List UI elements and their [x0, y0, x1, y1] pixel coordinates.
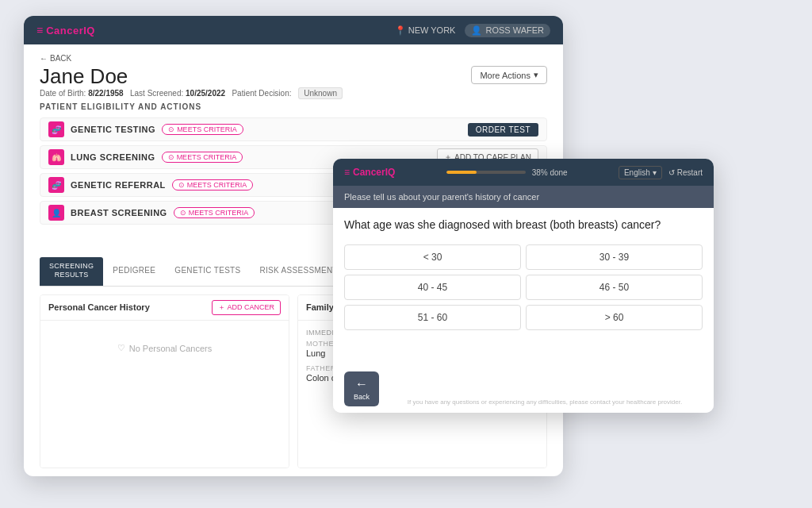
patient-name: Jane Doe: [40, 66, 343, 87]
quiz-restart-button[interactable]: ↺ Restart: [668, 168, 703, 177]
quiz-logo: ≡ CancerIQ: [344, 167, 395, 178]
order-test-button[interactable]: ORDER TEST: [468, 123, 538, 137]
logo-icon: ≡: [36, 24, 43, 37]
quiz-disclaimer: If you have any questions or experiencin…: [379, 398, 703, 406]
lung-screening-icon: 🫁: [48, 149, 64, 165]
quiz-logo-symbol: ≡: [344, 167, 350, 178]
quiz-progress-bar: [446, 171, 526, 174]
quiz-question-header: Please tell us about your parent's histo…: [333, 186, 714, 208]
app-logo: ≡ CancerIQ: [36, 24, 95, 37]
location-pin-icon: 📍: [395, 25, 406, 36]
back-arrow-quiz-icon: ←: [355, 377, 368, 391]
user-icon: 👤: [471, 25, 482, 36]
logo-text: CancerIQ: [46, 25, 95, 37]
tab-pedigree[interactable]: PEDIGREE: [103, 261, 165, 281]
genetic-referral-icon: 🧬: [48, 177, 64, 193]
quiz-option-30-39[interactable]: 30 - 39: [526, 244, 703, 270]
genetic-referral-label: GENETIC REFERRAL: [71, 180, 166, 190]
more-actions-button[interactable]: More Actions ▾: [471, 66, 547, 84]
quiz-progress-text: 38% done: [532, 168, 568, 177]
lung-screening-label: LUNG SCREENING: [71, 152, 155, 162]
add-cancer-button[interactable]: ＋ ADD CANCER: [212, 300, 281, 315]
restart-icon: ↺: [668, 168, 675, 177]
personal-cancer-title: Personal Cancer History: [48, 302, 150, 312]
nav-bar: ≡ CancerIQ 📍 NEW YORK 👤 ROSS WAFER: [24, 16, 563, 44]
genetic-testing-label: GENETIC TESTING: [71, 125, 155, 134]
tab-genetic-tests[interactable]: GENETIC TESTS: [165, 261, 250, 281]
lung-screening-badge: MEETS CRITERIA: [162, 152, 243, 163]
quiz-window: ≡ CancerIQ 38% done English ▾ ↺ Restart …: [333, 159, 714, 413]
chevron-down-icon: ▾: [534, 70, 538, 80]
quiz-question-text: What age was she diagnosed with breast (…: [344, 217, 703, 233]
personal-cancer-header: Personal Cancer History ＋ ADD CANCER: [40, 295, 289, 321]
breast-screening-badge: MEETS CRITERIA: [174, 207, 255, 218]
add-cancer-plus-icon: ＋: [218, 302, 225, 313]
patient-header: Jane Doe Date of Birth: 8/22/1958 Last S…: [40, 66, 547, 98]
quiz-progress-fill: [446, 171, 477, 174]
tab-screening-results[interactable]: SCREENINGRESULTS: [40, 257, 103, 286]
personal-cancer-panel: Personal Cancer History ＋ ADD CANCER ♡ N…: [40, 294, 289, 468]
quiz-option-gt60[interactable]: > 60: [526, 305, 703, 330]
quiz-question-body: What age was she diagnosed with breast (…: [333, 208, 714, 367]
genetic-testing-badge: MEETS CRITERIA: [162, 124, 243, 135]
quiz-back-button[interactable]: ← Back: [344, 371, 379, 406]
quiz-progress-area: 38% done: [446, 168, 568, 177]
genetic-referral-badge: MEETS CRITERIA: [172, 179, 254, 190]
back-arrow-icon: ←: [40, 54, 48, 63]
breast-screening-label: BREAST SCREENING: [71, 208, 167, 217]
quiz-language-selector[interactable]: English ▾: [619, 166, 662, 179]
quiz-option-46-50[interactable]: 46 - 50: [526, 275, 703, 300]
chevron-down-icon-quiz: ▾: [653, 168, 657, 177]
eligibility-row-genetic-testing: 🧬 GENETIC TESTING MEETS CRITERIA ORDER T…: [40, 117, 547, 141]
quiz-footer: ← Back If you have any questions or expe…: [333, 367, 714, 413]
nav-location: 📍 NEW YORK: [395, 25, 456, 36]
nav-right: 📍 NEW YORK 👤 ROSS WAFER: [395, 24, 550, 37]
patient-info: Jane Doe Date of Birth: 8/22/1958 Last S…: [40, 66, 343, 98]
patient-decision-badge: Unknown: [298, 87, 343, 99]
quiz-nav: ≡ CancerIQ 38% done English ▾ ↺ Restart: [333, 159, 714, 186]
back-link[interactable]: ← BACK: [40, 54, 547, 63]
quiz-option-40-45[interactable]: 40 - 45: [344, 275, 521, 300]
quiz-content: Please tell us about your parent's histo…: [333, 186, 714, 413]
no-personal-cancers: ♡ No Personal Cancers: [48, 329, 281, 368]
nav-user[interactable]: 👤 ROSS WAFER: [465, 24, 550, 37]
section-title: PATIENT ELIGIBILITY AND ACTIONS: [40, 102, 547, 111]
quiz-options-grid: < 30 30 - 39 40 - 45 46 - 50 51 - 60 > 6…: [344, 244, 703, 330]
breast-screening-icon: 👤: [48, 205, 64, 221]
personal-cancer-body: ♡ No Personal Cancers: [40, 321, 289, 468]
patient-meta: Date of Birth: 8/22/1958 Last Screened: …: [40, 89, 343, 98]
quiz-option-51-60[interactable]: 51 - 60: [344, 305, 521, 330]
heart-icon: ♡: [117, 343, 125, 353]
quiz-option-lt30[interactable]: < 30: [344, 244, 521, 270]
quiz-nav-right: English ▾ ↺ Restart: [619, 166, 703, 179]
genetic-testing-icon: 🧬: [48, 121, 64, 137]
